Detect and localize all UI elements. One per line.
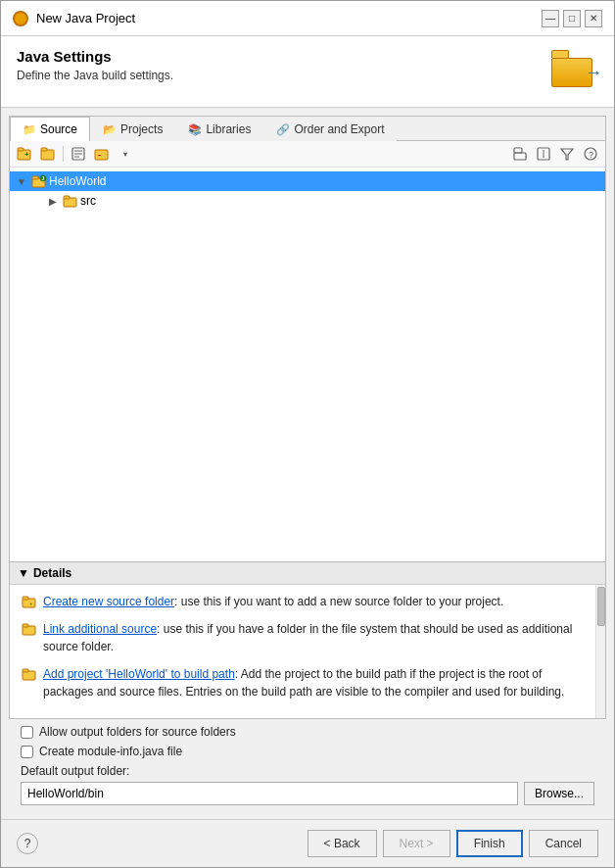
tree-toggle-helloworld[interactable]: ▼ — [14, 173, 29, 189]
page-subtitle: Define the Java build settings. — [17, 69, 173, 82]
svg-rect-30 — [23, 669, 28, 672]
browse-button[interactable]: Browse... — [524, 782, 594, 805]
window-title: New Java Project — [36, 11, 135, 25]
footer: ? < Back Next > Finish Cancel — [1, 819, 614, 867]
checkbox-module-info-row: Create module-info.java file — [21, 745, 594, 758]
source-tab-icon: 📁 — [23, 123, 36, 136]
tree-item-src[interactable]: ▶ src — [10, 191, 605, 211]
tree-toggle-src[interactable]: ▶ — [45, 193, 61, 209]
svg-text:J: J — [42, 175, 45, 181]
checkbox-allow-output[interactable] — [21, 726, 33, 739]
finish-button[interactable]: Finish — [456, 830, 523, 857]
window-controls: — □ ✕ — [542, 10, 602, 27]
details-header[interactable]: ▼ Details — [10, 562, 605, 585]
projects-tab-icon: 📂 — [103, 123, 117, 136]
main-window: New Java Project — □ ✕ Java Settings Def… — [0, 0, 615, 868]
tree-helloworld-label: HelloWorld — [49, 174, 106, 188]
toolbar-add-source-btn[interactable]: + — [14, 143, 35, 165]
allow-output-label: Allow output folders for source folders — [39, 725, 236, 739]
output-folder-input[interactable] — [21, 782, 518, 805]
toolbar: + - ▾ — [10, 141, 605, 168]
toolbar-filter-btn[interactable] — [556, 143, 578, 165]
svg-marker-15 — [561, 149, 573, 160]
svg-text:?: ? — [589, 150, 593, 160]
tree-src-label: src — [80, 194, 96, 208]
toolbar-collapse-btn[interactable] — [509, 143, 531, 165]
details-text-1: Create new source folder: use this if yo… — [43, 593, 503, 610]
toolbar-expand-btn[interactable] — [533, 143, 554, 165]
details-scrollbar[interactable] — [595, 585, 605, 718]
tree-item-helloworld[interactable]: ▼ J HelloWorld — [10, 171, 605, 191]
checkbox-module-info[interactable] — [21, 746, 33, 758]
svg-text:+: + — [29, 601, 33, 606]
scrollbar-thumb — [597, 587, 605, 626]
footer-buttons: < Back Next > Finish Cancel — [308, 830, 598, 857]
close-button[interactable]: ✕ — [585, 10, 602, 27]
tab-order-export[interactable]: 🔗 Order and Export — [263, 117, 397, 141]
output-folder-label: Default output folder: — [21, 764, 594, 778]
footer-left: ? — [17, 833, 38, 854]
svg-text:-: - — [98, 150, 101, 160]
toolbar-dropdown-btn[interactable]: ▾ — [115, 143, 136, 165]
next-button[interactable]: Next > — [383, 830, 450, 857]
details-title: Details — [33, 566, 71, 580]
toolbar-edit-btn[interactable] — [68, 143, 89, 165]
tab-libraries-label: Libraries — [206, 122, 251, 136]
output-folder-row: Default output folder: Browse... — [21, 764, 594, 805]
header-section: Java Settings Define the Java build sett… — [1, 36, 614, 108]
toolbar-link-source-btn[interactable] — [37, 143, 59, 165]
tab-source-label: Source — [40, 122, 77, 136]
svg-rect-19 — [32, 176, 38, 179]
minimize-button[interactable]: — — [542, 10, 559, 27]
details-collapse-icon: ▼ — [18, 566, 29, 580]
tab-projects[interactable]: 📂 Projects — [90, 117, 175, 141]
toolbar-remove-btn[interactable]: - — [91, 143, 113, 165]
title-bar-left: New Java Project — [13, 11, 135, 26]
details-icon-2 — [22, 621, 37, 637]
folder-tab — [551, 50, 569, 58]
details-text-3: Add project 'HelloWorld' to build path: … — [43, 665, 593, 700]
svg-text:+: + — [24, 150, 29, 159]
back-button[interactable]: < Back — [308, 830, 377, 857]
details-panel: ▼ Details + Creat — [10, 561, 605, 718]
main-content: 📁 Source 📂 Projects 📚 Libraries 🔗 Order … — [1, 108, 614, 819]
project-icon: J — [31, 173, 47, 189]
tab-libraries[interactable]: 📚 Libraries — [175, 117, 263, 141]
details-entry-3: Add project 'HelloWorld' to build path: … — [22, 665, 593, 700]
header-icon: → — [551, 48, 598, 95]
module-info-label: Create module-info.java file — [39, 745, 182, 758]
restore-button[interactable]: □ — [563, 10, 581, 27]
toolbar-help-btn[interactable]: ? — [580, 143, 601, 165]
help-button[interactable]: ? — [17, 833, 38, 854]
toolbar-right: ? — [509, 143, 601, 165]
page-title: Java Settings — [17, 48, 173, 65]
svg-rect-11 — [514, 153, 526, 160]
output-folder-input-row: Browse... — [21, 782, 594, 805]
details-icon-1: + — [22, 594, 37, 609]
header-text: Java Settings Define the Java build sett… — [17, 48, 173, 82]
details-icon-3 — [22, 666, 37, 682]
window-icon — [13, 11, 28, 26]
cancel-button[interactable]: Cancel — [529, 830, 598, 857]
details-text-1-body: : use this if you want to add a new sour… — [174, 595, 503, 608]
tree-area: ▼ J HelloWorld ▶ — [10, 168, 605, 561]
svg-rect-28 — [23, 624, 28, 627]
checkbox-allow-output-row: Allow output folders for source folders — [21, 725, 594, 739]
title-bar: New Java Project — □ ✕ — [1, 1, 614, 36]
svg-rect-9 — [95, 150, 108, 160]
toolbar-sep-1 — [63, 146, 64, 162]
folder-image: → — [551, 48, 598, 87]
tab-projects-label: Projects — [120, 122, 163, 136]
tab-source[interactable]: 📁 Source — [10, 117, 90, 141]
order-tab-icon: 🔗 — [276, 123, 290, 136]
details-body: + Create new source folder: use this if … — [10, 585, 605, 718]
svg-rect-1 — [18, 148, 24, 151]
details-link-2[interactable]: Link additional source — [43, 622, 157, 636]
details-link-1[interactable]: Create new source folder — [43, 595, 174, 608]
details-link-3[interactable]: Add project 'HelloWorld' to build path — [43, 667, 235, 681]
bottom-options: Allow output folders for source folders … — [9, 719, 606, 811]
details-text-2: Link additional source: use this if you … — [43, 620, 593, 655]
svg-rect-25 — [23, 597, 28, 600]
svg-rect-4 — [41, 148, 47, 151]
tab-order-export-label: Order and Export — [294, 122, 384, 136]
